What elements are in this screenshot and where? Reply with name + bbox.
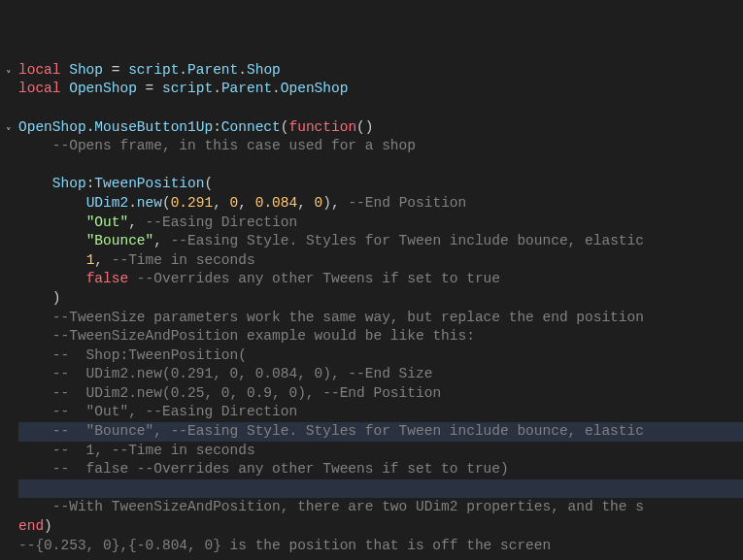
code-token: , — [153, 233, 170, 248]
code-token: . — [179, 62, 187, 78]
code-token: . — [238, 62, 247, 78]
code-token: --Easing Style. Styles for Tween include… — [171, 233, 644, 248]
code-line[interactable] — [18, 555, 743, 560]
code-line[interactable]: -- Shop:TweenPosition( — [18, 346, 743, 366]
code-token: MouseButton1Up — [94, 119, 213, 135]
code-line[interactable]: "Out", --Easing Direction — [18, 214, 743, 233]
code-token: = — [112, 62, 128, 78]
code-line[interactable]: 1, --Time in seconds — [18, 251, 743, 271]
code-token — [18, 310, 52, 325]
code-line[interactable]: Shop:TweenPosition( — [18, 175, 743, 194]
code-line[interactable]: -- UDim2.new(0.291, 0, 0.084, 0), --End … — [18, 365, 743, 384]
code-token — [18, 443, 52, 458]
code-line[interactable]: -- false --Overrides any other Tweens if… — [18, 460, 743, 479]
code-line[interactable]: -- "Bounce", --Easing Style. Styles for … — [18, 422, 743, 442]
code-line[interactable]: -- UDim2.new(0.25, 0, 0.9, 0), --End Pos… — [18, 384, 743, 404]
code-token: --Easing Direction — [146, 214, 298, 230]
code-token: ) — [18, 290, 61, 306]
code-line[interactable]: --TweenSizeAndPosition example would be … — [18, 327, 743, 346]
code-line[interactable] — [18, 156, 743, 176]
code-line[interactable] — [18, 99, 743, 118]
code-line[interactable]: local Shop = script.Parent.Shop — [18, 61, 743, 81]
code-token — [18, 214, 86, 230]
code-token: false — [86, 271, 129, 286]
code-line[interactable]: "Bounce", --Easing Style. Styles for Twe… — [18, 232, 743, 251]
code-token: script — [128, 62, 179, 78]
code-token: "Bounce" — [86, 233, 154, 248]
code-token — [18, 385, 52, 401]
code-token: -- false --Overrides any other Tweens if… — [52, 461, 509, 477]
code-token: () — [356, 119, 373, 135]
code-line[interactable] — [18, 479, 743, 499]
code-token: , — [128, 214, 145, 230]
code-line[interactable]: --{0.253, 0},{-0.804, 0} is the position… — [18, 537, 743, 556]
code-token: --TweenSizeAndPosition example would be … — [52, 328, 475, 344]
code-token: , — [213, 195, 229, 211]
code-line[interactable]: ) — [18, 289, 743, 309]
code-token — [18, 195, 86, 211]
code-token: Parent — [187, 62, 238, 78]
code-token: -- 1, --Time in seconds — [52, 443, 255, 458]
code-line[interactable]: false --Overrides any other Tweens if se… — [18, 270, 743, 289]
code-token: = — [146, 81, 162, 96]
code-token — [18, 328, 52, 344]
code-token: --TweenSize parameters work the same way… — [52, 310, 644, 325]
code-token: 0 — [315, 195, 323, 211]
code-token: 0.291 — [171, 195, 214, 211]
code-token — [18, 252, 86, 268]
code-token: 0 — [230, 195, 239, 211]
code-token: ( — [162, 195, 171, 211]
code-line[interactable]: -- "Out", --Easing Direction — [18, 403, 743, 422]
code-token: . — [213, 81, 221, 96]
code-token — [18, 499, 52, 514]
code-token: end — [18, 518, 44, 534]
code-token: -- Shop:TweenPosition( — [52, 347, 247, 363]
code-token — [18, 423, 52, 439]
code-token: Parent — [221, 81, 272, 96]
code-token: -- "Out", --Easing Direction — [52, 404, 297, 419]
code-token: ) — [44, 518, 52, 534]
code-token: ( — [204, 176, 213, 191]
code-token: ), — [322, 195, 348, 211]
code-line[interactable]: --TweenSize parameters work the same way… — [18, 309, 743, 328]
code-token: . — [272, 81, 281, 96]
code-token: , — [238, 195, 254, 211]
code-token — [18, 366, 52, 381]
code-line[interactable]: end) — [18, 517, 743, 537]
code-line[interactable]: --With TweenSizeAndPosition, there are t… — [18, 498, 743, 517]
code-line[interactable]: UDim2.new(0.291, 0, 0.084, 0), --End Pos… — [18, 194, 743, 214]
code-token — [18, 404, 52, 419]
code-token: new — [137, 195, 162, 211]
code-token: Shop — [52, 176, 86, 191]
code-line[interactable]: --Opens frame, in this case used for a s… — [18, 137, 743, 156]
code-token: OpenShop — [18, 119, 86, 135]
code-token: --Overrides any other Tweens if set to t… — [137, 271, 500, 286]
code-token: -- UDim2.new(0.25, 0, 0.9, 0), --End Pos… — [52, 385, 441, 401]
fold-toggle-icon[interactable]: ˅ — [2, 67, 16, 86]
code-token: , — [94, 252, 111, 268]
fold-toggle-icon[interactable]: ˅ — [2, 124, 16, 144]
code-token: . — [128, 195, 137, 211]
code-token — [18, 461, 52, 477]
code-token — [18, 233, 86, 248]
code-token: -- "Bounce", --Easing Style. Styles for … — [52, 423, 644, 439]
code-line[interactable]: OpenShop.MouseButton1Up:Connect(function… — [18, 118, 743, 138]
code-line[interactable]: local OpenShop = script.Parent.OpenShop — [18, 80, 743, 99]
code-token: TweenPosition — [94, 176, 204, 191]
code-token: "Out" — [86, 214, 129, 230]
code-token: -- UDim2.new(0.291, 0, 0.084, 0), --End … — [52, 366, 433, 381]
code-token: script — [162, 81, 213, 96]
code-area[interactable]: local Shop = script.Parent.Shoplocal Ope… — [18, 4, 743, 560]
code-token: --{0.253, 0},{-0.804, 0} is the position… — [18, 538, 551, 553]
code-token: OpenShop — [281, 81, 349, 96]
code-token: UDim2 — [86, 195, 129, 211]
code-token — [18, 271, 86, 286]
code-token: local — [18, 81, 69, 96]
code-token: function — [288, 119, 356, 135]
code-token — [18, 176, 52, 191]
code-editor[interactable]: ˅˅ local Shop = script.Parent.Shoplocal … — [0, 0, 743, 560]
gutter: ˅˅ — [0, 4, 18, 560]
code-token: --Time in seconds — [112, 252, 255, 268]
code-token: 0.084 — [255, 195, 298, 211]
code-line[interactable]: -- 1, --Time in seconds — [18, 442, 743, 461]
